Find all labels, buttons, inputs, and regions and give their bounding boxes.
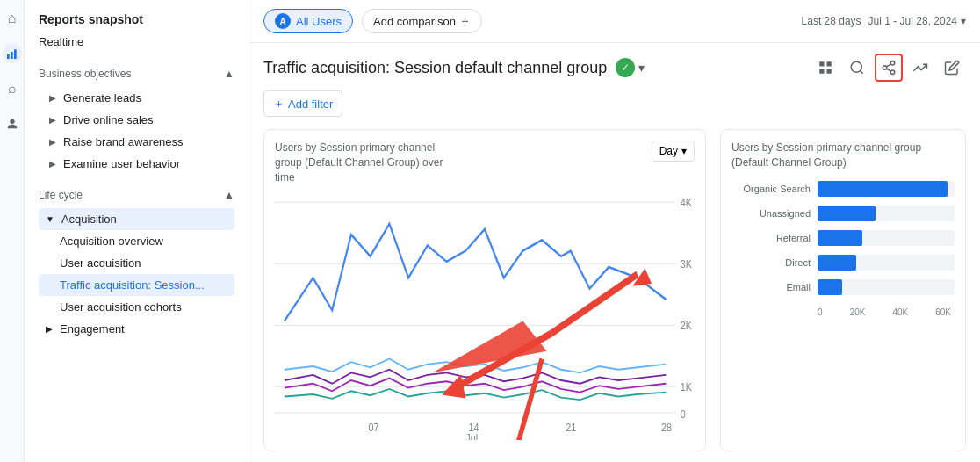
sidebar-item-user-acquisition[interactable]: User acquisition [39,252,234,274]
sidebar-item-traffic-acquisition[interactable]: Traffic acquisition: Session... [39,274,234,296]
line-chart-svg: 4K 3K 2K 1K 0 [275,191,695,440]
line-chart-title: Users by Session primary channel group (… [275,141,450,184]
date-range-selector[interactable]: Jul 1 - Jul 28, 2024 ▾ [868,15,966,27]
svg-rect-1 [11,52,13,59]
sidebar-item-drive-online-sales[interactable]: ▶ Drive online sales [39,109,234,131]
svg-point-12 [890,70,895,75]
avatar: A [275,13,291,29]
svg-rect-0 [7,54,10,59]
sidebar-item-user-acquisition-cohorts[interactable]: User acquisition cohorts [39,296,234,318]
sidebar-item-acquisition-overview[interactable]: Acquisition overview [39,230,234,252]
sidebar-item-examine-user-behavior[interactable]: ▶ Examine user behavior [39,153,234,175]
svg-rect-5 [827,61,832,66]
svg-text:07: 07 [368,422,378,434]
sidebar: Reports snapshot Realtime Business objec… [25,0,249,462]
svg-text:0: 0 [681,409,686,421]
search-icon[interactable]: ⌕ [3,79,22,98]
lifecycle-header[interactable]: Life cycle ▲ [39,185,234,205]
toolbar [811,54,966,82]
sidebar-item-raise-brand-awareness[interactable]: ▶ Raise brand awareness [39,131,234,153]
edit-icon[interactable] [938,54,966,82]
content-area: Traffic acquisition: Session default cha… [249,43,980,462]
search-circle-icon[interactable] [843,54,871,82]
bar-chart-container: Users by Session primary channel group (… [720,129,966,451]
business-objectives-header[interactable]: Business objectives ▲ [39,64,234,83]
add-comparison-button[interactable]: Add comparison ＋ [362,9,482,33]
bar-row-organic-search: Organic Search [731,181,955,197]
svg-point-10 [890,61,895,66]
status-check-icon: ✓ [616,58,635,77]
svg-text:3K: 3K [681,259,693,271]
svg-text:Jul: Jul [465,433,478,440]
charts-area: Users by Session primary channel group (… [263,129,966,451]
svg-rect-2 [14,49,17,59]
svg-text:2K: 2K [681,321,693,332]
bar-row-email: Email [731,279,955,295]
svg-rect-7 [827,69,832,74]
svg-text:1K: 1K [681,382,693,393]
bar-row-direct: Direct [731,255,955,271]
sidebar-item-generate-leads[interactable]: ▶ Generate leads [39,87,234,109]
page-title: Traffic acquisition: Session default cha… [263,58,645,77]
day-selector[interactable]: Day ▾ [652,141,695,162]
main-content: A All Users Add comparison ＋ Last 28 day… [249,0,980,462]
home-icon[interactable]: ⌂ [3,9,22,28]
all-users-button[interactable]: A All Users [263,9,353,33]
lifecycle-section: Life cycle ▲ ▼ Acquisition Acquisition o… [25,178,249,343]
add-filter-button[interactable]: ＋ Add filter [263,90,342,117]
user-icon[interactable] [3,114,22,134]
line-chart-container: Users by Session primary channel group (… [263,129,706,451]
bar-chart-x-axis: 0 20K 40K 60K [731,307,955,317]
acquisition-parent[interactable]: ▼ Acquisition [39,208,234,230]
svg-text:4K: 4K [681,198,693,209]
svg-text:14: 14 [469,422,480,434]
bar-chart-title: Users by Session primary channel group (… [731,141,955,170]
bar-row-referral: Referral [731,230,955,246]
business-objectives-section: Business objectives ▲ ▶ Generate leads ▶… [25,57,249,178]
svg-text:28: 28 [661,422,672,434]
svg-rect-6 [819,69,824,74]
analytics-icon[interactable] [3,44,22,63]
icon-rail: ⌂ ⌕ [0,0,25,462]
grid-icon[interactable] [811,54,839,82]
top-bar: A All Users Add comparison ＋ Last 28 day… [249,0,980,43]
svg-point-8 [851,61,861,72]
trend-icon[interactable] [906,54,934,82]
svg-text:21: 21 [566,422,576,434]
svg-line-9 [860,70,862,73]
svg-point-11 [883,66,887,70]
sidebar-title: Reports snapshot [25,0,249,32]
share-icon[interactable] [875,54,903,82]
bar-row-unassigned: Unassigned [731,206,955,221]
svg-point-3 [10,119,14,124]
date-label: Last 28 days [802,15,861,27]
svg-line-14 [886,64,890,67]
engagement-parent[interactable]: ▶ Engagement [39,318,234,340]
sidebar-realtime[interactable]: Realtime [25,32,249,57]
svg-rect-4 [819,61,824,66]
svg-line-13 [886,69,890,71]
